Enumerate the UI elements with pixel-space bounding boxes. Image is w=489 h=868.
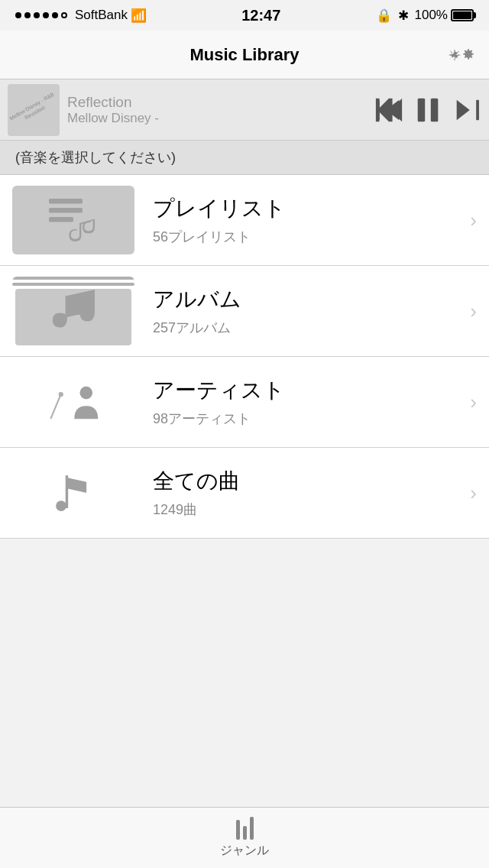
status-right: 🔒 ✱ 100% <box>376 8 474 24</box>
section-header-text: (音楽を選択してください) <box>15 150 176 165</box>
svg-marker-11 <box>457 99 470 120</box>
svg-rect-8 <box>418 98 426 121</box>
eq-bar-3 <box>250 817 254 840</box>
album-note-svg <box>43 287 104 345</box>
dot-2 <box>24 12 31 18</box>
album-text: アルバム 257アルバム <box>134 285 462 337</box>
list-item-artist[interactable]: アーティスト 98アーティスト › <box>0 357 489 448</box>
next-icon <box>452 96 481 125</box>
gear-settings-icon <box>461 44 475 66</box>
pause-icon <box>416 96 440 125</box>
signal-dots <box>15 12 67 18</box>
track-artist: Mellow Disney - <box>67 111 367 126</box>
battery-icon <box>451 9 474 21</box>
playback-controls <box>374 96 481 125</box>
artist-svg <box>43 371 104 432</box>
artist-text: アーティスト 98アーティスト <box>134 376 462 428</box>
album-chevron: › <box>470 300 477 323</box>
list-item-album[interactable]: アルバム 257アルバム › <box>0 266 489 357</box>
pause-button[interactable] <box>416 96 440 125</box>
svg-point-18 <box>56 500 66 511</box>
now-playing-bar: Mellow Disney - R&B Revisited- Reflectio… <box>0 79 489 141</box>
playlist-subtitle: 56プレイリスト <box>153 228 462 246</box>
songs-text: 全ての曲 1249曲 <box>134 467 462 519</box>
nav-bar: Music Library <box>0 31 489 79</box>
songs-svg <box>43 462 104 523</box>
battery-block: 100% <box>415 8 474 23</box>
playlist-svg <box>43 189 104 251</box>
svg-point-15 <box>80 387 93 400</box>
wifi-icon: 📶 <box>131 8 147 24</box>
artist-title: アーティスト <box>153 376 462 405</box>
album-title: アルバム <box>153 285 462 314</box>
songs-icon <box>12 458 134 527</box>
prev-icon <box>374 96 403 125</box>
eq-bar-2 <box>243 826 247 840</box>
eq-bar-1 <box>236 820 240 840</box>
playlist-text: プレイリスト 56プレイリスト <box>134 194 462 246</box>
svg-rect-10 <box>476 99 479 120</box>
prev-button[interactable] <box>374 96 403 125</box>
svg-rect-19 <box>66 475 68 508</box>
list-item-songs[interactable]: 全ての曲 1249曲 › <box>0 448 489 539</box>
section-header: (音楽を選択してください) <box>0 141 489 175</box>
lock-icon: 🔒 <box>376 8 392 24</box>
svg-point-17 <box>59 392 63 397</box>
status-bar: SoftBank 📶 12:47 🔒 ✱ 100% <box>0 0 489 31</box>
svg-rect-13 <box>49 208 83 212</box>
playlist-chevron: › <box>470 209 477 232</box>
battery-percent: 100% <box>415 8 448 23</box>
genre-nav-item[interactable]: ジャンル <box>220 817 269 859</box>
status-left: SoftBank 📶 <box>15 8 147 24</box>
album-cover <box>15 289 131 345</box>
svg-line-16 <box>50 396 60 419</box>
dot-4 <box>43 12 49 18</box>
album-subtitle: 257アルバム <box>153 319 462 337</box>
svg-rect-9 <box>431 98 439 121</box>
carrier-label: SoftBank <box>75 8 128 23</box>
album-label-text: Mellow Disney - R&B Revisited- <box>8 91 60 129</box>
stack-line-2 <box>12 283 134 286</box>
list-item-playlist[interactable]: プレイリスト 56プレイリスト › <box>0 175 489 266</box>
album-art[interactable]: Mellow Disney - R&B Revisited- <box>8 84 60 136</box>
songs-title: 全ての曲 <box>153 467 462 496</box>
stack-line-1 <box>12 277 134 280</box>
settings-button[interactable] <box>448 41 475 69</box>
artist-icon <box>12 368 134 436</box>
next-button[interactable] <box>452 96 481 125</box>
gear-icon <box>448 44 461 66</box>
genre-label: ジャンル <box>220 843 269 859</box>
songs-subtitle: 1249曲 <box>153 500 462 519</box>
songs-chevron: › <box>470 481 477 505</box>
artist-subtitle: 98アーティスト <box>153 410 462 428</box>
dot-3 <box>34 12 40 18</box>
dot-1 <box>15 12 21 18</box>
dot-6 <box>61 12 67 18</box>
bottom-nav: ジャンル <box>0 807 489 868</box>
svg-rect-14 <box>49 217 73 222</box>
playlist-title: プレイリスト <box>153 194 462 223</box>
status-time: 12:47 <box>241 7 280 24</box>
svg-rect-12 <box>49 199 83 203</box>
dot-5 <box>52 12 58 18</box>
track-title: Reflection <box>67 94 367 111</box>
artist-chevron: › <box>470 390 477 414</box>
battery-fill <box>453 11 471 19</box>
page-title: Music Library <box>189 45 299 65</box>
svg-rect-6 <box>377 99 380 120</box>
now-playing-info: Reflection Mellow Disney - <box>67 94 367 126</box>
bluetooth-icon: ✱ <box>398 8 409 24</box>
equalizer-icon <box>236 817 254 840</box>
album-icon <box>12 277 134 345</box>
playlist-icon <box>12 186 134 254</box>
